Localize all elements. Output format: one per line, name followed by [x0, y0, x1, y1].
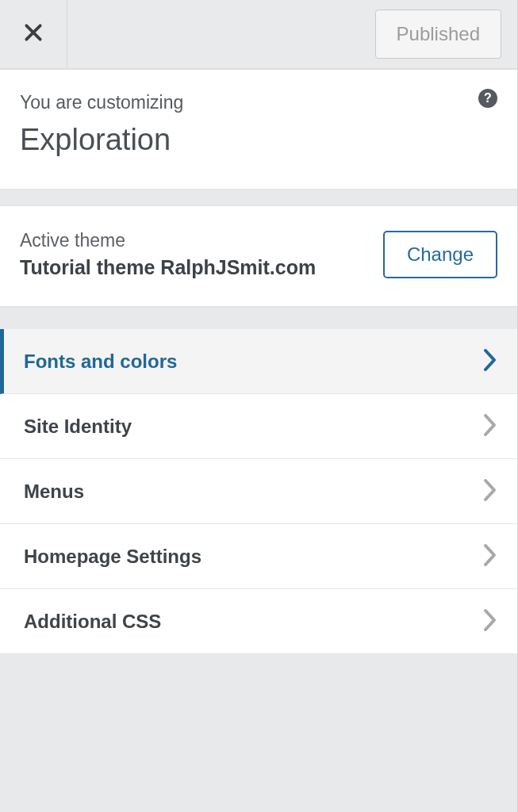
section-label: Homepage Settings	[24, 546, 201, 568]
section-label: Additional CSS	[24, 611, 161, 633]
active-theme-label: Active theme	[20, 230, 316, 251]
customize-subtitle: You are customizing	[20, 92, 497, 113]
active-theme-panel: Active theme Tutorial theme RalphJSmit.c…	[0, 205, 517, 307]
chevron-right-icon	[483, 348, 497, 375]
topbar: Published	[0, 0, 517, 69]
close-button[interactable]	[0, 0, 67, 69]
section-homepage-settings[interactable]: Homepage Settings	[0, 524, 517, 589]
active-theme-name: Tutorial theme RalphJSmit.com	[20, 256, 316, 279]
close-icon	[23, 22, 44, 46]
chevron-right-icon	[483, 608, 497, 635]
publish-status-button[interactable]: Published	[375, 10, 501, 59]
section-site-identity[interactable]: Site Identity	[0, 394, 517, 459]
section-menus[interactable]: Menus	[0, 459, 517, 524]
section-fonts-and-colors[interactable]: Fonts and colors	[0, 329, 517, 394]
change-theme-button[interactable]: Change	[383, 231, 497, 278]
customize-sections-list: Fonts and colors Site Identity Menus Hom…	[0, 329, 517, 654]
chevron-right-icon	[483, 543, 497, 570]
divider	[0, 190, 517, 205]
customize-title: Exploration	[20, 123, 497, 157]
help-icon[interactable]: ?	[478, 89, 497, 108]
section-additional-css[interactable]: Additional CSS	[0, 589, 517, 654]
section-label: Fonts and colors	[24, 350, 177, 373]
divider	[0, 307, 517, 329]
chevron-right-icon	[483, 478, 497, 505]
section-label: Menus	[24, 481, 84, 503]
section-label: Site Identity	[24, 416, 132, 438]
customize-header: You are customizing Exploration ?	[0, 69, 517, 190]
chevron-right-icon	[483, 413, 497, 440]
theme-info: Active theme Tutorial theme RalphJSmit.c…	[20, 230, 316, 279]
